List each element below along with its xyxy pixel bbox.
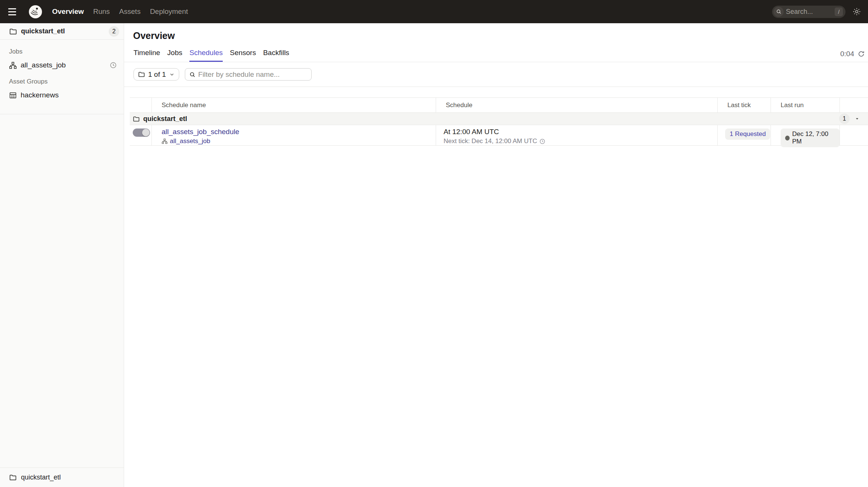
sidebar-item-hackernews[interactable]: hackernews: [0, 88, 124, 103]
refresh-icon[interactable]: [858, 50, 865, 58]
search-shortcut-badge: /: [835, 7, 843, 16]
sidebar-spacer: [0, 114, 124, 468]
next-tick: Next tick: Dec 14, 12:00 AM UTC: [444, 137, 717, 145]
schedule-row: all_assets_job_schedule all_assets_job A…: [130, 125, 868, 146]
col-last-run: Last run: [771, 98, 840, 112]
sidebar-job-link[interactable]: all_assets_job: [21, 61, 66, 69]
group-repo-name: quickstart_etl: [143, 115, 187, 123]
schedules-table: Schedule name Schedule Last tick Last ru…: [130, 97, 868, 146]
global-search[interactable]: /: [772, 6, 846, 18]
schedule-target: all_assets_job: [162, 137, 436, 145]
run-status-dot: [785, 136, 790, 140]
nav-item-deployment[interactable]: Deployment: [150, 7, 188, 16]
last-tick-cell: 1 Requested: [717, 125, 771, 145]
primary-nav: Overview Runs Assets Deployment: [52, 7, 188, 16]
last-tick-badge[interactable]: 1 Requested: [725, 128, 770, 140]
search-icon: [774, 7, 784, 17]
sidebar-footer-repo-name: quickstart_etl: [21, 474, 61, 481]
sidebar: quickstart_etl 2 Jobs all_assets_job Ass…: [0, 23, 124, 487]
clock-icon: [539, 138, 546, 145]
settings-gear-button[interactable]: [852, 7, 861, 16]
caret-down-icon[interactable]: [855, 116, 860, 121]
schedule-filter: [185, 68, 312, 81]
nav-item-overview[interactable]: Overview: [52, 7, 84, 16]
app-root: Overview Runs Assets Deployment /: [0, 0, 868, 487]
nav-item-runs[interactable]: Runs: [93, 7, 110, 16]
group-count-badge: 1: [839, 114, 850, 124]
folder-icon: [9, 27, 17, 36]
schedule-cron-cell: At 12:00 AM UTC Next tick: Dec 14, 12:00…: [436, 125, 717, 145]
tab-timeline[interactable]: Timeline: [133, 49, 160, 62]
hamburger-menu-button[interactable]: [8, 5, 21, 18]
refresh-block: 0:04: [840, 50, 865, 62]
sidebar-repo-header[interactable]: quickstart_etl 2: [0, 23, 124, 40]
sidebar-item-all-assets-job[interactable]: all_assets_job: [0, 58, 124, 73]
jobs-section-label: Jobs: [0, 48, 124, 55]
sidebar-asset-group-link[interactable]: hackernews: [21, 91, 58, 99]
last-run-cell: Dec 12, 7:00 PM: [771, 125, 840, 145]
target-job-link[interactable]: all_assets_job: [170, 137, 210, 145]
table-header-row: Schedule name Schedule Last tick Last ru…: [130, 97, 868, 113]
body-row: quickstart_etl 2 Jobs all_assets_job Ass…: [0, 23, 868, 487]
filters-row: 1 of 1: [133, 68, 868, 81]
last-run-time: Dec 12, 7:00 PM: [792, 130, 835, 145]
chevron-down-icon: [169, 72, 175, 77]
last-run-badge[interactable]: Dec 12, 7:00 PM: [781, 128, 840, 147]
top-nav: Overview Runs Assets Deployment /: [0, 0, 868, 23]
tab-jobs[interactable]: Jobs: [167, 49, 182, 62]
repo-count-badge: 2: [109, 26, 119, 37]
gear-icon: [852, 7, 861, 16]
tabs-row: Timeline Jobs Schedules Sensors Backfill…: [124, 49, 868, 62]
asset-groups-section-label: Asset Groups: [0, 78, 124, 85]
next-tick-text: Next tick: Dec 14, 12:00 AM UTC: [444, 137, 537, 145]
job-icon: [162, 138, 168, 144]
col-schedule-name: Schedule name: [151, 98, 436, 112]
sidebar-footer-repo[interactable]: quickstart_etl: [0, 468, 124, 487]
schedule-cron-text: At 12:00 AM UTC: [444, 128, 717, 136]
toggle-knob: [142, 129, 150, 136]
col-schedule: Schedule: [436, 98, 717, 112]
schedule-name-link[interactable]: all_assets_job_schedule: [162, 128, 239, 136]
filters-divider: [124, 87, 868, 87]
folder-icon: [9, 474, 17, 481]
folder-icon: [133, 115, 140, 122]
col-actions: [840, 98, 868, 112]
col-last-tick: Last tick: [717, 98, 771, 112]
repo-filter-button[interactable]: 1 of 1: [133, 68, 179, 81]
tab-schedules[interactable]: Schedules: [189, 49, 223, 62]
toggle-column-header: [130, 98, 151, 112]
repo-group-row[interactable]: quickstart_etl 1: [130, 113, 868, 125]
refresh-countdown: 0:04: [840, 50, 854, 58]
dagster-logo-icon: [28, 5, 42, 19]
row-actions-cell: [840, 125, 868, 145]
asset-group-icon: [9, 91, 17, 99]
page-title: Overview: [133, 30, 868, 41]
tabs: Timeline Jobs Schedules Sensors Backfill…: [133, 49, 289, 62]
schedule-enabled-toggle[interactable]: [133, 128, 150, 137]
search-icon: [189, 71, 196, 78]
tab-backfills[interactable]: Backfills: [263, 49, 289, 62]
sidebar-repo-name: quickstart_etl: [21, 27, 65, 35]
tab-sensors[interactable]: Sensors: [230, 49, 256, 62]
nav-item-assets[interactable]: Assets: [119, 7, 141, 16]
schedule-filter-input[interactable]: [198, 70, 307, 79]
global-search-input[interactable]: [784, 8, 835, 16]
folder-icon: [138, 71, 145, 78]
clock-icon: [109, 61, 117, 69]
schedule-toggle-cell: [130, 125, 151, 145]
main-content: Overview Timeline Jobs Schedules Sensors…: [124, 23, 868, 487]
schedule-name-cell: all_assets_job_schedule all_assets_job: [151, 125, 436, 145]
job-icon: [9, 61, 17, 69]
repo-filter-label: 1 of 1: [148, 70, 166, 79]
sidebar-sections: Jobs all_assets_job Asset Groups hackern: [0, 40, 124, 114]
